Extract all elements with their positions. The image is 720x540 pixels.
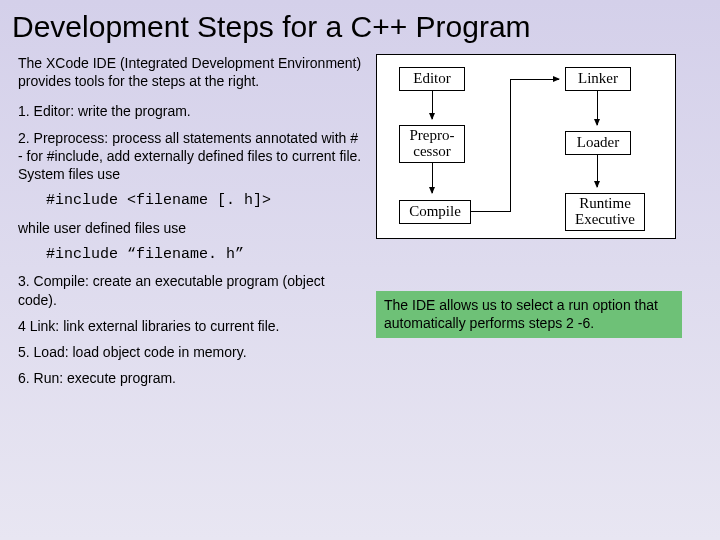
step-4: 4 Link: link external libraries to curre… [18,317,366,335]
box-compile: Compile [399,200,471,224]
user-defined-text: while user defined files use [18,219,366,237]
step-6: 6. Run: execute program. [18,369,366,387]
step-5: 5. Load: load object code in memory. [18,343,366,361]
arrow-compile-h [471,211,511,212]
intro-text: The XCode IDE (Integrated Development En… [18,54,366,90]
step-1: 1. Editor: write the program. [18,102,366,120]
right-column: Editor Linker Prepro- cessor Loader Comp… [376,54,686,395]
step-3: 3. Compile: create an executable program… [18,272,366,308]
left-column: The XCode IDE (Integrated Development En… [18,54,366,395]
box-editor: Editor [399,67,465,91]
box-loader: Loader [565,131,631,155]
box-linker: Linker [565,67,631,91]
arrow-preprocessor-compile [432,163,433,193]
code-user-include: #include “filename. h” [46,245,366,265]
code-system-include: #include <filename [. h]> [46,191,366,211]
arrow-editor-preprocessor [432,91,433,119]
content-area: The XCode IDE (Integrated Development En… [0,54,720,395]
arrow-loader-runtime [597,155,598,187]
flow-diagram: Editor Linker Prepro- cessor Loader Comp… [376,54,676,239]
arrow-compile-linker [510,79,559,80]
slide-title: Development Steps for a C++ Program [0,0,720,54]
box-preprocessor: Prepro- cessor [399,125,465,163]
arrow-linker-loader [597,91,598,125]
ide-note: The IDE allows us to select a run option… [376,291,682,338]
step-2: 2. Preprocess: process all statements an… [18,129,366,184]
arrow-compile-v [510,79,511,211]
box-runtime: Runtime Executive [565,193,645,231]
